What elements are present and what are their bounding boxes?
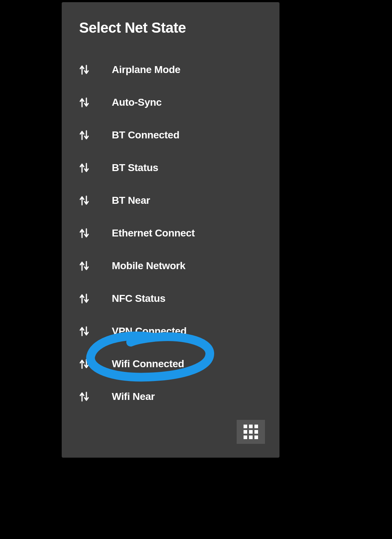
list-item-label: Wifi Connected [112,358,184,370]
swap-vertical-icon [79,325,112,337]
list-item-label: Ethernet Connect [112,227,195,239]
list-item-label: BT Status [112,162,158,174]
list-item-wifi-near[interactable]: Wifi Near [79,380,262,413]
swap-vertical-icon [79,358,112,370]
panel-title: Select Net State [79,20,262,36]
list-item-bt-near[interactable]: BT Near [79,184,262,217]
list-item-vpn-connected[interactable]: VPN Connected [79,315,262,348]
list-item-label: BT Connected [112,129,179,141]
list-item-airplane-mode[interactable]: Airplane Mode [79,53,262,86]
list-item-nfc-status[interactable]: NFC Status [79,282,262,315]
net-state-list: Airplane Mode Auto-Sync BT Connected BT … [79,53,262,413]
list-item-ethernet-connect[interactable]: Ethernet Connect [79,217,262,250]
swap-vertical-icon [79,293,112,304]
list-item-label: BT Near [112,195,150,206]
swap-vertical-icon [79,391,112,402]
swap-vertical-icon [79,162,112,174]
list-item-mobile-network[interactable]: Mobile Network [79,250,262,282]
list-item-label: Mobile Network [112,260,185,272]
list-item-label: Wifi Near [112,391,155,402]
swap-vertical-icon [79,227,112,239]
swap-vertical-icon [79,195,112,206]
list-item-wifi-connected[interactable]: Wifi Connected [79,348,262,380]
list-item-label: NFC Status [112,293,166,304]
grid-view-button[interactable] [237,420,265,444]
swap-vertical-icon [79,97,112,108]
grid-icon [244,425,258,439]
list-item-label: Airplane Mode [112,64,180,76]
list-item-bt-status[interactable]: BT Status [79,151,262,184]
swap-vertical-icon [79,260,112,272]
swap-vertical-icon [79,64,112,76]
swap-vertical-icon [79,129,112,141]
list-item-label: Auto-Sync [112,97,162,108]
list-item-label: VPN Connected [112,325,187,337]
list-item-auto-sync[interactable]: Auto-Sync [79,86,262,119]
net-state-panel: Select Net State Airplane Mode Auto-Sync… [62,2,279,458]
list-item-bt-connected[interactable]: BT Connected [79,119,262,151]
